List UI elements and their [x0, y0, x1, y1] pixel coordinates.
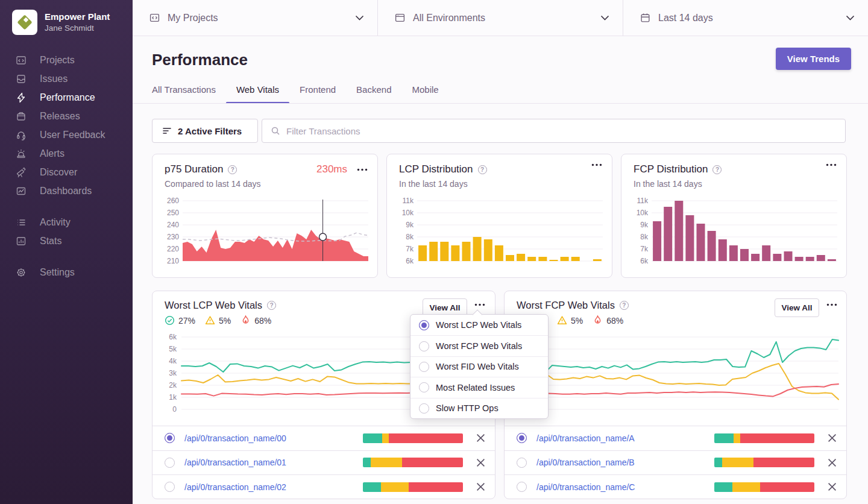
help-icon[interactable]	[267, 301, 276, 310]
close-icon[interactable]	[828, 433, 837, 443]
close-icon[interactable]	[828, 458, 837, 467]
overflow-menu-icon[interactable]	[591, 163, 602, 166]
tab-frontend[interactable]: Frontend	[300, 84, 336, 103]
poor-percent: 68%	[606, 316, 623, 326]
tab-all-transactions[interactable]: All Transactions	[152, 84, 216, 103]
option-radio[interactable]	[419, 362, 429, 372]
tab-backend[interactable]: Backend	[356, 84, 391, 103]
option-radio[interactable]	[419, 341, 429, 351]
sidebar-item-label: Settings	[40, 267, 75, 278]
close-icon[interactable]	[476, 458, 485, 467]
sidebar-item-user-feedback[interactable]: User Feedback	[0, 125, 133, 144]
active-filters-label: 2 Active Filters	[178, 126, 242, 136]
table-row: /api/0/transaction_name/02	[153, 474, 495, 499]
sidebar-item-discover[interactable]: Discover	[0, 163, 133, 181]
vitals-summary: 27% 5% 68%	[165, 315, 276, 326]
project-filter-dropdown[interactable]: My Projects	[133, 0, 377, 36]
vitals-breakdown-bar	[363, 433, 463, 443]
stats-icon	[16, 236, 27, 247]
view-all-button[interactable]: View All	[775, 298, 819, 317]
transaction-link[interactable]: /api/0/transaction_name/B	[536, 458, 709, 467]
help-icon[interactable]	[478, 165, 487, 174]
card-title: p75 Duration	[165, 163, 223, 175]
option-radio[interactable]	[419, 320, 429, 330]
search-input[interactable]	[286, 126, 837, 136]
transaction-link[interactable]: /api/0/transaction_name/01	[184, 458, 358, 467]
environment-filter-dropdown[interactable]: All Environments	[377, 0, 623, 36]
dropdown-item-worst-fid[interactable]: Worst FID Web Vitals	[410, 356, 548, 377]
settings-icon	[16, 267, 27, 278]
table-row: /api/0/transaction_name/01	[153, 450, 495, 475]
sidebar-item-performance[interactable]: Performance	[0, 88, 133, 107]
org-switcher[interactable]: Empower Plant Jane Schmidt	[12, 10, 110, 35]
transaction-radio[interactable]	[165, 458, 175, 468]
transaction-link[interactable]: /api/0/transaction_name/C	[536, 482, 709, 492]
overflow-menu-icon[interactable]	[474, 303, 485, 306]
overflow-menu-icon[interactable]	[357, 168, 368, 171]
sidebar-item-label: Issues	[40, 74, 68, 84]
transaction-link[interactable]: /api/0/transaction_name/02	[184, 482, 358, 492]
sidebar-item-activity[interactable]: Activity	[0, 213, 133, 232]
sidebar-item-alerts[interactable]: Alerts	[0, 144, 133, 163]
close-icon[interactable]	[828, 482, 837, 491]
sidebar-item-label: Stats	[40, 236, 61, 247]
transaction-radio[interactable]	[517, 433, 527, 443]
sidebar-item-stats[interactable]: Stats	[0, 232, 133, 250]
date-range-dropdown[interactable]: Last 14 days	[623, 0, 868, 36]
worst-fcp-chart[interactable]	[533, 337, 838, 409]
sidebar-item-projects[interactable]: Projects	[0, 51, 133, 69]
warning-triangle-icon	[205, 315, 215, 326]
environment-filter-value: All Environments	[413, 13, 593, 24]
overflow-menu-icon[interactable]	[826, 163, 837, 166]
chevron-down-icon	[355, 15, 364, 20]
transaction-radio[interactable]	[165, 482, 175, 492]
dropdown-item-worst-lcp[interactable]: Worst LCP Web Vitals	[410, 315, 548, 335]
option-radio[interactable]	[419, 403, 429, 414]
card-subtitle: In the last 14 days	[399, 179, 468, 189]
help-icon[interactable]	[712, 165, 722, 174]
card-title: Worst LCP Web Vitals	[165, 300, 262, 311]
sidebar-item-dashboards[interactable]: Dashboards	[0, 181, 133, 200]
card-title: FCP Distribution	[634, 163, 708, 175]
y-axis-labels: 11k10k9k8k7k6k	[393, 201, 414, 261]
user-feedback-icon	[16, 130, 27, 140]
p75-duration-chart[interactable]	[183, 201, 368, 261]
view-trends-button[interactable]: View Trends	[776, 48, 851, 70]
sidebar-item-settings[interactable]: Settings	[0, 263, 133, 282]
dropdown-item-most-related-issues[interactable]: Most Related Issues	[410, 377, 548, 397]
dropdown-item-worst-fcp[interactable]: Worst FCP Web Vitals	[410, 335, 548, 356]
filter-icon	[162, 126, 172, 136]
transaction-link[interactable]: /api/0/transaction_name/00	[184, 433, 358, 443]
tab-mobile[interactable]: Mobile	[412, 84, 438, 103]
sidebar-item-releases[interactable]: Releases	[0, 107, 133, 125]
active-filters-button[interactable]: 2 Active Filters	[152, 119, 258, 143]
option-radio[interactable]	[419, 382, 429, 392]
help-icon[interactable]	[228, 165, 237, 174]
activity-icon	[16, 217, 27, 228]
table-row: /api/0/transaction_name/C	[505, 474, 846, 499]
calendar-icon	[640, 13, 650, 23]
good-percent: 27%	[178, 316, 195, 326]
overflow-menu-icon[interactable]	[826, 303, 837, 306]
card-subtitle: Compared to last 14 days	[165, 179, 261, 189]
close-icon[interactable]	[476, 433, 485, 443]
transaction-radio[interactable]	[165, 433, 175, 443]
dropdown-item-slow-http-ops[interactable]: Slow HTTP Ops	[410, 398, 548, 418]
tab-web-vitals[interactable]: Web Vitals	[236, 84, 279, 103]
lcp-distribution-card: LCP Distribution In the last 14 days 11k…	[386, 154, 612, 278]
close-icon[interactable]	[476, 482, 485, 491]
transaction-radio[interactable]	[517, 482, 527, 492]
vitals-breakdown-bar	[363, 482, 463, 492]
fcp-distribution-chart[interactable]	[652, 201, 837, 261]
transaction-radio[interactable]	[517, 458, 527, 468]
help-icon[interactable]	[620, 301, 629, 310]
page-title: Performance	[152, 51, 248, 69]
transaction-link[interactable]: /api/0/transaction_name/A	[536, 433, 709, 443]
releases-icon	[16, 111, 27, 122]
sidebar-item-label: Activity	[40, 217, 71, 228]
sidebar-item-issues[interactable]: Issues	[0, 69, 133, 88]
lcp-distribution-chart[interactable]	[417, 201, 603, 261]
table-row: /api/0/transaction_name/B	[505, 450, 846, 475]
performance-icon	[16, 92, 27, 103]
sidebar-item-label: User Feedback	[40, 130, 105, 140]
